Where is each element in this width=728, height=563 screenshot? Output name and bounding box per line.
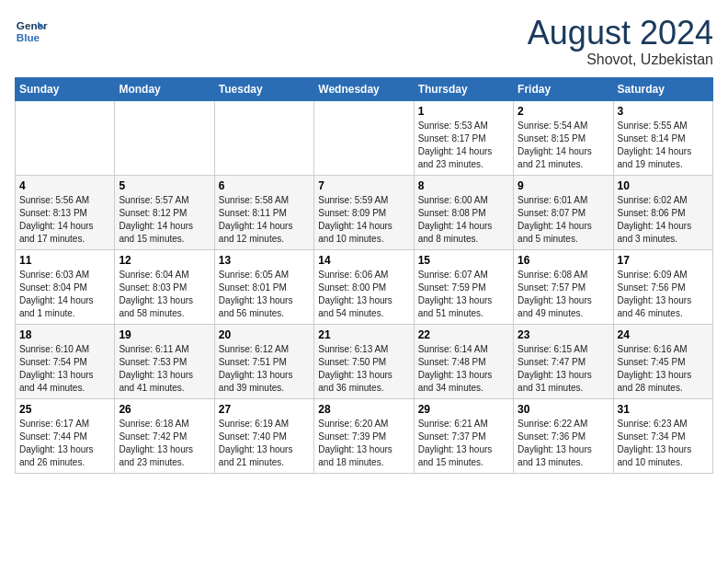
calendar-cell: 3Sunrise: 5:55 AM Sunset: 8:14 PM Daylig…	[613, 100, 712, 175]
day-number: 23	[518, 328, 609, 341]
calendar-cell: 5Sunrise: 5:57 AM Sunset: 8:12 PM Daylig…	[115, 175, 214, 249]
day-number: 14	[318, 254, 409, 267]
main-title: August 2024	[528, 15, 713, 52]
weekday-header-cell: Sunday	[16, 77, 115, 100]
svg-text:General: General	[17, 19, 48, 31]
calendar-cell	[16, 100, 115, 175]
calendar-cell: 26Sunrise: 6:18 AM Sunset: 7:42 PM Dayli…	[115, 398, 214, 473]
calendar-cell: 17Sunrise: 6:09 AM Sunset: 7:56 PM Dayli…	[613, 249, 712, 324]
day-number: 7	[318, 179, 409, 192]
calendar-week-row: 18Sunrise: 6:10 AM Sunset: 7:54 PM Dayli…	[16, 324, 713, 398]
calendar-cell: 11Sunrise: 6:03 AM Sunset: 8:04 PM Dayli…	[16, 249, 115, 324]
day-number: 3	[618, 105, 709, 118]
day-info: Sunrise: 6:18 AM Sunset: 7:42 PM Dayligh…	[119, 418, 210, 469]
day-info: Sunrise: 6:15 AM Sunset: 7:47 PM Dayligh…	[518, 343, 609, 395]
day-number: 19	[119, 328, 210, 341]
day-number: 26	[119, 403, 210, 416]
calendar-cell: 9Sunrise: 6:01 AM Sunset: 8:07 PM Daylig…	[514, 175, 613, 249]
day-info: Sunrise: 6:23 AM Sunset: 7:34 PM Dayligh…	[618, 418, 709, 469]
calendar-cell: 28Sunrise: 6:20 AM Sunset: 7:39 PM Dayli…	[314, 398, 414, 473]
day-info: Sunrise: 5:56 AM Sunset: 8:13 PM Dayligh…	[19, 194, 110, 246]
day-info: Sunrise: 6:19 AM Sunset: 7:40 PM Dayligh…	[219, 418, 310, 469]
day-info: Sunrise: 6:21 AM Sunset: 7:37 PM Dayligh…	[418, 418, 509, 469]
day-info: Sunrise: 6:07 AM Sunset: 7:59 PM Dayligh…	[418, 269, 509, 320]
day-number: 31	[618, 403, 709, 416]
day-number: 13	[219, 254, 310, 267]
day-info: Sunrise: 6:10 AM Sunset: 7:54 PM Dayligh…	[19, 343, 110, 395]
day-info: Sunrise: 5:58 AM Sunset: 8:11 PM Dayligh…	[219, 194, 310, 246]
day-info: Sunrise: 5:57 AM Sunset: 8:12 PM Dayligh…	[119, 194, 210, 246]
logo: General Blue	[15, 15, 51, 48]
weekday-header-cell: Saturday	[613, 77, 712, 100]
calendar-cell: 16Sunrise: 6:08 AM Sunset: 7:57 PM Dayli…	[514, 249, 613, 324]
weekday-header-cell: Monday	[115, 77, 214, 100]
day-info: Sunrise: 5:54 AM Sunset: 8:15 PM Dayligh…	[518, 120, 609, 171]
day-info: Sunrise: 6:02 AM Sunset: 8:06 PM Dayligh…	[618, 194, 709, 246]
calendar-cell: 22Sunrise: 6:14 AM Sunset: 7:48 PM Dayli…	[414, 324, 513, 398]
day-number: 21	[318, 328, 409, 341]
day-number: 9	[518, 179, 609, 192]
calendar-week-row: 25Sunrise: 6:17 AM Sunset: 7:44 PM Dayli…	[16, 398, 713, 473]
day-number: 10	[618, 179, 709, 192]
day-number: 5	[119, 179, 210, 192]
day-info: Sunrise: 6:14 AM Sunset: 7:48 PM Dayligh…	[418, 343, 509, 395]
day-number: 30	[518, 403, 609, 416]
day-info: Sunrise: 6:13 AM Sunset: 7:50 PM Dayligh…	[318, 343, 409, 395]
day-info: Sunrise: 6:12 AM Sunset: 7:51 PM Dayligh…	[219, 343, 310, 395]
weekday-header-cell: Tuesday	[214, 77, 313, 100]
calendar-cell: 29Sunrise: 6:21 AM Sunset: 7:37 PM Dayli…	[414, 398, 513, 473]
page-header: General Blue August 2024 Shovot, Uzbekis…	[15, 15, 713, 68]
subtitle: Shovot, Uzbekistan	[528, 52, 713, 68]
calendar-cell: 20Sunrise: 6:12 AM Sunset: 7:51 PM Dayli…	[214, 324, 313, 398]
day-info: Sunrise: 6:22 AM Sunset: 7:36 PM Dayligh…	[518, 418, 609, 469]
day-info: Sunrise: 5:53 AM Sunset: 8:17 PM Dayligh…	[418, 120, 509, 171]
day-info: Sunrise: 6:03 AM Sunset: 8:04 PM Dayligh…	[19, 269, 110, 320]
calendar-cell: 7Sunrise: 5:59 AM Sunset: 8:09 PM Daylig…	[314, 175, 414, 249]
day-info: Sunrise: 5:55 AM Sunset: 8:14 PM Dayligh…	[618, 120, 709, 171]
calendar-week-row: 1Sunrise: 5:53 AM Sunset: 8:17 PM Daylig…	[16, 100, 713, 175]
day-number: 27	[219, 403, 310, 416]
weekday-header-cell: Wednesday	[314, 77, 414, 100]
calendar-cell	[214, 100, 313, 175]
day-number: 1	[418, 105, 509, 118]
day-number: 28	[318, 403, 409, 416]
day-info: Sunrise: 6:05 AM Sunset: 8:01 PM Dayligh…	[219, 269, 310, 320]
day-number: 16	[518, 254, 609, 267]
day-info: Sunrise: 5:59 AM Sunset: 8:09 PM Dayligh…	[318, 194, 409, 246]
calendar-cell: 10Sunrise: 6:02 AM Sunset: 8:06 PM Dayli…	[613, 175, 712, 249]
calendar-cell: 8Sunrise: 6:00 AM Sunset: 8:08 PM Daylig…	[414, 175, 513, 249]
calendar-cell: 23Sunrise: 6:15 AM Sunset: 7:47 PM Dayli…	[514, 324, 613, 398]
day-info: Sunrise: 6:20 AM Sunset: 7:39 PM Dayligh…	[318, 418, 409, 469]
day-number: 24	[618, 328, 709, 341]
title-block: August 2024 Shovot, Uzbekistan	[528, 15, 713, 68]
day-info: Sunrise: 6:09 AM Sunset: 7:56 PM Dayligh…	[618, 269, 709, 320]
calendar-cell: 2Sunrise: 5:54 AM Sunset: 8:15 PM Daylig…	[514, 100, 613, 175]
calendar-cell: 12Sunrise: 6:04 AM Sunset: 8:03 PM Dayli…	[115, 249, 214, 324]
weekday-header-cell: Thursday	[414, 77, 513, 100]
calendar-week-row: 4Sunrise: 5:56 AM Sunset: 8:13 PM Daylig…	[16, 175, 713, 249]
calendar-cell: 18Sunrise: 6:10 AM Sunset: 7:54 PM Dayli…	[16, 324, 115, 398]
day-info: Sunrise: 6:00 AM Sunset: 8:08 PM Dayligh…	[418, 194, 509, 246]
day-number: 22	[418, 328, 509, 341]
day-info: Sunrise: 6:06 AM Sunset: 8:00 PM Dayligh…	[318, 269, 409, 320]
day-number: 25	[19, 403, 110, 416]
logo-icon: General Blue	[15, 15, 48, 48]
calendar-cell	[314, 100, 414, 175]
calendar-cell: 13Sunrise: 6:05 AM Sunset: 8:01 PM Dayli…	[214, 249, 313, 324]
calendar-cell: 4Sunrise: 5:56 AM Sunset: 8:13 PM Daylig…	[16, 175, 115, 249]
calendar-body: 1Sunrise: 5:53 AM Sunset: 8:17 PM Daylig…	[16, 100, 713, 473]
day-number: 8	[418, 179, 509, 192]
calendar-cell: 24Sunrise: 6:16 AM Sunset: 7:45 PM Dayli…	[613, 324, 712, 398]
weekday-header-cell: Friday	[514, 77, 613, 100]
calendar-cell: 27Sunrise: 6:19 AM Sunset: 7:40 PM Dayli…	[214, 398, 313, 473]
day-info: Sunrise: 6:04 AM Sunset: 8:03 PM Dayligh…	[119, 269, 210, 320]
calendar-table: SundayMondayTuesdayWednesdayThursdayFrid…	[15, 77, 713, 474]
calendar-cell: 6Sunrise: 5:58 AM Sunset: 8:11 PM Daylig…	[214, 175, 313, 249]
calendar-cell	[115, 100, 214, 175]
calendar-cell: 15Sunrise: 6:07 AM Sunset: 7:59 PM Dayli…	[414, 249, 513, 324]
calendar-cell: 1Sunrise: 5:53 AM Sunset: 8:17 PM Daylig…	[414, 100, 513, 175]
day-number: 18	[19, 328, 110, 341]
calendar-week-row: 11Sunrise: 6:03 AM Sunset: 8:04 PM Dayli…	[16, 249, 713, 324]
calendar-cell: 31Sunrise: 6:23 AM Sunset: 7:34 PM Dayli…	[613, 398, 712, 473]
day-number: 2	[518, 105, 609, 118]
